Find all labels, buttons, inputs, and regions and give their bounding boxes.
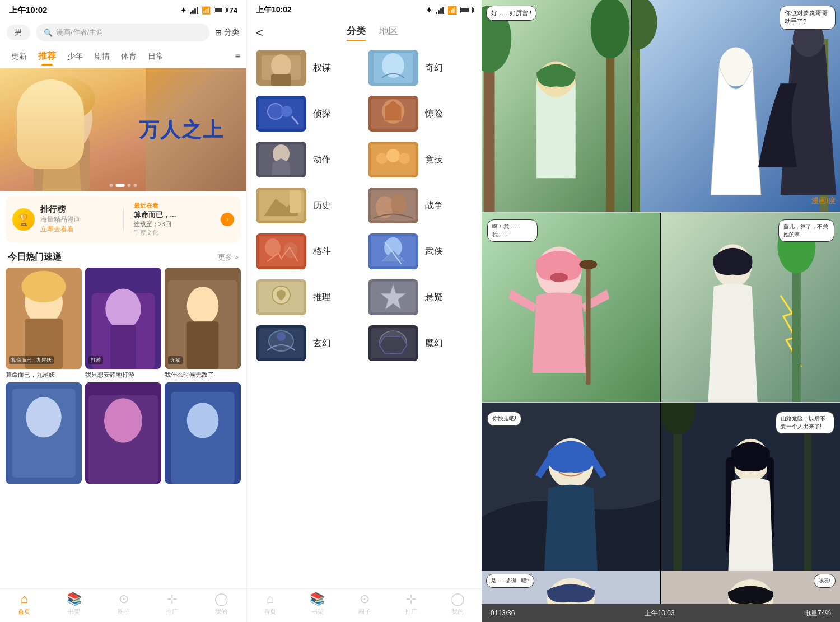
svg-point-95 [550, 273, 568, 282]
svg-point-12 [21, 271, 66, 303]
circle-icon: ⊙ [119, 592, 129, 606]
recent-read-label: 最近在看 [134, 202, 158, 210]
cat-thumb-lishi [256, 188, 306, 223]
cat-name-zhentan: 侦探 [313, 108, 331, 120]
gender-button[interactable]: 男 [7, 25, 30, 40]
comic-page-3: 你快走吧! 山路危险，以后不要一个 [482, 403, 840, 571]
list-item[interactable]: 打游 我只想安静地打游 [85, 268, 161, 379]
cat-home-icon: ⌂ [266, 592, 273, 606]
cat-thumb-zhentan [256, 96, 306, 132]
cat-item-qihuan[interactable]: 奇幻 [368, 50, 473, 86]
banner[interactable]: 万人之上 [0, 68, 246, 191]
svg-rect-3 [31, 96, 45, 141]
reader-pages[interactable]: 好……好厉害!! [482, 0, 840, 604]
list-item[interactable] [165, 382, 241, 485]
cat-item-wuxia[interactable]: 武侠 [368, 233, 473, 269]
ranking-subtitle: 海量精品漫画 [40, 215, 118, 225]
comic-page-4: 是……多谢！嗯? 唉咦! [482, 571, 840, 604]
cat-row: 格斗 武侠 [256, 233, 473, 269]
cat-mine-label: 我的 [451, 607, 464, 616]
speech-bubble-p4-right: 唉咦! [814, 574, 836, 588]
tab-drama[interactable]: 剧情 [88, 48, 115, 65]
cat-bottom-home[interactable]: ⌂ 首页 [264, 592, 276, 616]
reader-panel: 好……好厉害!! [482, 0, 840, 622]
banner-image [0, 68, 146, 191]
recent-chapter: 连载至：23回 [134, 220, 171, 228]
cat-item-zhanzheng[interactable]: 战争 [368, 188, 473, 223]
tab-shonen[interactable]: 少年 [62, 48, 88, 65]
cat-thumb-jingji [368, 142, 418, 177]
cat-tabs: 分类 地区 [272, 25, 473, 41]
cat-item-gedou[interactable]: 格斗 [256, 233, 361, 269]
tab-recommend[interactable]: 推荐 [32, 47, 62, 66]
svg-point-7 [49, 114, 54, 121]
search-bar[interactable]: 🔍 漫画/作者/主角 [36, 24, 209, 41]
cat-name-mohuan: 魔幻 [425, 338, 443, 349]
cover-label-1: 算命而已，九尾妖 [9, 356, 54, 364]
bottom-promote-label: 推广 [166, 607, 178, 616]
cat-item-mohuan[interactable]: 魔幻 [368, 325, 473, 361]
tab-update[interactable]: 更新 [6, 48, 32, 65]
cat-item-xuanyi[interactable]: 悬疑 [368, 279, 473, 315]
cat-header: < 分类 地区 [247, 20, 482, 45]
list-item[interactable]: 无敌 我什么时候无敌了 [165, 268, 241, 379]
cat-row: 历史 战争 [256, 188, 473, 223]
list-item[interactable]: 算命而已，九尾妖 算命而已，九尾妖 [6, 268, 82, 379]
reader-status-bar: 0113/36 上午10:03 电量74% [482, 604, 840, 622]
ranking-link[interactable]: 立即去看看 [40, 225, 118, 234]
tab-region[interactable]: 地区 [379, 25, 398, 41]
manga-cover-3: 无敌 [165, 268, 241, 369]
list-item[interactable] [6, 382, 82, 485]
nav-tabs: 更新 推荐 少年 剧情 体育 日常 ≡ [0, 45, 246, 68]
recent-read[interactable]: 最近在看 算命而已，... 连载至：23回 千度文化 [129, 202, 216, 237]
home-time: 上午10:02 [9, 5, 47, 16]
speech-bubble-p2-left: 啊！我……我…… [487, 219, 538, 242]
cat-item-tuili[interactable]: 推理 [256, 279, 361, 315]
cat-item-xuanhuan[interactable]: 玄幻 [256, 325, 361, 361]
cat-thumb-xuanhuan [256, 325, 306, 361]
cat-row: 权谋 奇幻 [256, 50, 473, 86]
cat-item-jingxian[interactable]: 惊险 [368, 96, 473, 132]
category-button[interactable]: ⊞ 分类 [215, 27, 240, 38]
cat-bottom-shelf[interactable]: 📚 书架 [310, 592, 325, 616]
cat-item-lishi[interactable]: 历史 [256, 188, 361, 223]
cat-row: 玄幻 魔幻 [256, 325, 473, 361]
cat-user-icon: ◯ [451, 592, 465, 606]
home-panel: 上午10:02 ✦ 📶 74 男 🔍 漫画/作者/主角 ⊞ 分类 [0, 0, 246, 622]
more-button[interactable]: 更多 > [218, 252, 239, 263]
comic-page-1: 好……好厉害!! [482, 0, 840, 213]
svg-point-26 [104, 398, 142, 442]
bottom-nav-circle[interactable]: ⊙ 圈子 [118, 592, 130, 616]
bottom-nav-promote[interactable]: ⊹ 推广 [166, 592, 178, 616]
svg-rect-88 [632, 28, 640, 212]
svg-rect-100 [792, 254, 801, 402]
cat-bottom-mine[interactable]: ◯ 我的 [451, 592, 465, 616]
ranking-bar[interactable]: 🏆 排行榜 海量精品漫画 立即去看看 最近在看 算命而已，... 连载至：23回… [6, 196, 241, 242]
svg-rect-33 [271, 74, 291, 86]
tab-daily[interactable]: 日常 [142, 48, 169, 65]
tab-sports[interactable]: 体育 [115, 48, 142, 65]
cat-bottom-circle[interactable]: ⊙ 圈子 [358, 592, 371, 616]
svg-point-85 [591, 0, 630, 58]
manga-cover-5 [85, 382, 161, 484]
bottom-nav-home[interactable]: ⌂ 首页 [18, 592, 30, 616]
cat-battery-icon [460, 7, 473, 13]
cat-thumb-tuili [256, 279, 306, 315]
tab-category[interactable]: 分类 [347, 25, 366, 41]
cover-label-2: 打游 [88, 356, 103, 364]
bottom-nav-mine[interactable]: ◯ 我的 [214, 592, 228, 616]
list-item[interactable] [85, 382, 161, 485]
cat-item-zhentan[interactable]: 侦探 [256, 96, 361, 132]
back-button[interactable]: < [256, 26, 263, 40]
cat-name-xuanyi: 悬疑 [425, 292, 443, 303]
cat-status-bar: 上午10:02 ✦ 📶 [247, 0, 482, 20]
cat-bottom-promote[interactable]: ⊹ 推广 [405, 592, 417, 616]
bottom-nav-shelf[interactable]: 📚 书架 [67, 592, 82, 616]
recent-arrow-button[interactable]: › [221, 213, 234, 226]
nav-more-button[interactable]: ≡ [235, 50, 241, 62]
cat-item-quanmou[interactable]: 权谋 [256, 50, 361, 86]
bottom-circle-label: 圈子 [118, 607, 130, 616]
cat-item-jingji[interactable]: 竞技 [368, 142, 473, 177]
cat-name-gedou: 格斗 [313, 246, 331, 258]
cat-item-dongzuo[interactable]: 动作 [256, 142, 361, 177]
